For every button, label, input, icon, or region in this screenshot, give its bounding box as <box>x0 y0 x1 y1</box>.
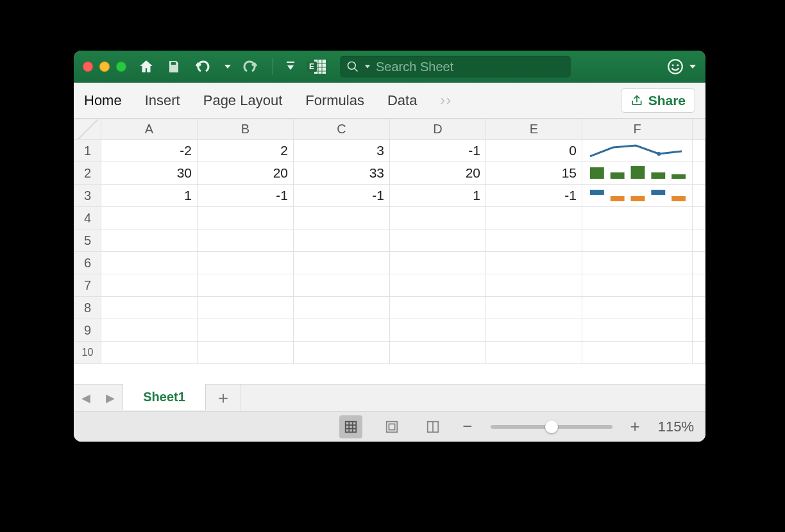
share-button[interactable]: Share <box>621 88 695 113</box>
svg-rect-13 <box>651 172 665 179</box>
svg-rect-14 <box>671 174 686 179</box>
select-all-corner[interactable] <box>74 119 101 140</box>
svg-point-9 <box>657 152 661 156</box>
cell-a1[interactable]: -2 <box>101 140 198 162</box>
cell-e1[interactable]: 0 <box>486 140 582 162</box>
svg-point-4 <box>348 62 356 70</box>
col-header-f[interactable]: F <box>582 119 693 140</box>
redo-icon[interactable] <box>243 59 260 74</box>
cell-c2[interactable]: 33 <box>294 162 390 185</box>
tab-formulas[interactable]: Formulas <box>305 92 364 109</box>
zoom-window-button[interactable] <box>116 62 126 72</box>
column-headers: A B C D E F <box>74 119 705 140</box>
cell-d2[interactable]: 20 <box>390 162 486 185</box>
col-header-b[interactable]: B <box>198 119 294 140</box>
tab-insert[interactable]: Insert <box>145 92 180 109</box>
add-sheet-button[interactable]: ＋ <box>206 385 241 411</box>
cell-d1[interactable]: -1 <box>390 140 486 162</box>
cell-b2[interactable]: 20 <box>198 162 294 185</box>
tab-home[interactable]: Home <box>84 92 122 109</box>
svg-rect-18 <box>651 190 665 195</box>
row-header-1[interactable]: 1 <box>74 140 101 162</box>
quick-access-more-icon[interactable] <box>286 60 295 73</box>
search-dropdown-icon[interactable] <box>364 63 371 70</box>
svg-point-8 <box>677 64 679 66</box>
svg-rect-15 <box>590 190 604 195</box>
save-icon[interactable] <box>166 59 181 74</box>
sheet-nav-prev[interactable]: ◀ <box>74 385 98 411</box>
cell-d3[interactable]: 1 <box>390 185 486 207</box>
svg-rect-12 <box>631 166 645 179</box>
col-header-c[interactable]: C <box>294 119 390 140</box>
cell-f1-sparkline-line[interactable] <box>582 140 693 162</box>
cell-f2-sparkline-column[interactable] <box>582 162 693 185</box>
excel-app-icon: E <box>307 58 328 75</box>
svg-rect-16 <box>611 196 625 201</box>
col-header-e[interactable]: E <box>486 119 582 140</box>
toolbar-divider <box>273 58 273 75</box>
svg-rect-10 <box>590 167 604 179</box>
row-1: 1 -2 2 3 -1 0 <box>74 140 705 162</box>
spreadsheet-grid[interactable]: A B C D E F 1 -2 2 3 -1 0 2 <box>74 119 705 384</box>
share-icon <box>630 94 643 107</box>
row-header-2[interactable]: 2 <box>74 162 101 185</box>
svg-rect-19 <box>671 196 686 201</box>
row-header-10[interactable]: 10 <box>74 342 101 364</box>
view-page-break-button[interactable] <box>421 415 444 438</box>
svg-point-6 <box>668 60 682 74</box>
svg-text:E: E <box>309 62 314 71</box>
row-header-5[interactable]: 5 <box>74 229 101 252</box>
minimize-window-button[interactable] <box>99 62 110 72</box>
titlebar-more-icon[interactable] <box>689 63 696 71</box>
cell-b1[interactable]: 2 <box>198 140 294 162</box>
close-window-button[interactable] <box>83 62 93 72</box>
tab-page-layout[interactable]: Page Layout <box>203 92 283 109</box>
col-header-d[interactable]: D <box>390 119 486 140</box>
tab-data[interactable]: Data <box>387 92 417 109</box>
cell-a3[interactable]: 1 <box>101 185 198 207</box>
svg-rect-17 <box>631 196 645 201</box>
excel-window: E Home Insert Page Layout Formulas Data … <box>74 51 705 442</box>
sheet-tab-bar: ◀ ▶ Sheet1 ＋ <box>74 384 705 411</box>
row-header-6[interactable]: 6 <box>74 252 101 274</box>
emoji-icon[interactable] <box>667 58 684 75</box>
svg-rect-0 <box>287 62 294 63</box>
zoom-out-button[interactable]: − <box>462 417 472 436</box>
svg-point-7 <box>672 64 674 66</box>
cell-e3[interactable]: -1 <box>486 185 582 207</box>
cell-b3[interactable]: -1 <box>198 185 294 207</box>
status-bar: − + 115% <box>74 411 705 442</box>
search-box[interactable] <box>340 56 571 78</box>
row-header-4[interactable]: 4 <box>74 207 101 229</box>
sheet-nav-next[interactable]: ▶ <box>98 385 122 411</box>
search-input[interactable] <box>376 60 564 74</box>
row-header-8[interactable]: 8 <box>74 297 101 319</box>
cell-f3-sparkline-winloss[interactable] <box>582 185 693 207</box>
zoom-in-button[interactable]: + <box>630 417 640 436</box>
svg-rect-20 <box>346 421 357 432</box>
window-controls <box>83 62 126 72</box>
share-label: Share <box>648 93 686 108</box>
view-page-layout-button[interactable] <box>380 415 403 438</box>
cell-c3[interactable]: -1 <box>294 185 390 207</box>
undo-icon[interactable] <box>193 59 212 74</box>
cell-e2[interactable]: 15 <box>486 162 582 185</box>
view-normal-button[interactable] <box>339 415 362 438</box>
row-header-3[interactable]: 3 <box>74 185 101 207</box>
row-header-9[interactable]: 9 <box>74 319 101 342</box>
row-header-7[interactable]: 7 <box>74 274 101 297</box>
svg-rect-22 <box>389 424 395 429</box>
ribbon-tabs: Home Insert Page Layout Formulas Data ››… <box>74 83 705 119</box>
undo-dropdown-icon[interactable] <box>224 63 232 71</box>
cell-c1[interactable]: 3 <box>294 140 390 162</box>
home-icon[interactable] <box>138 58 155 75</box>
col-header-a[interactable]: A <box>101 119 198 140</box>
cell-a2[interactable]: 30 <box>101 162 198 185</box>
zoom-slider-thumb[interactable] <box>545 420 558 433</box>
zoom-level-label: 115% <box>658 419 694 435</box>
zoom-slider[interactable] <box>491 425 612 429</box>
search-icon <box>346 60 359 73</box>
tabs-overflow-icon[interactable]: ›› <box>440 92 452 109</box>
sheet-tab-active[interactable]: Sheet1 <box>122 384 206 410</box>
row-3: 3 1 -1 -1 1 -1 <box>74 185 705 207</box>
